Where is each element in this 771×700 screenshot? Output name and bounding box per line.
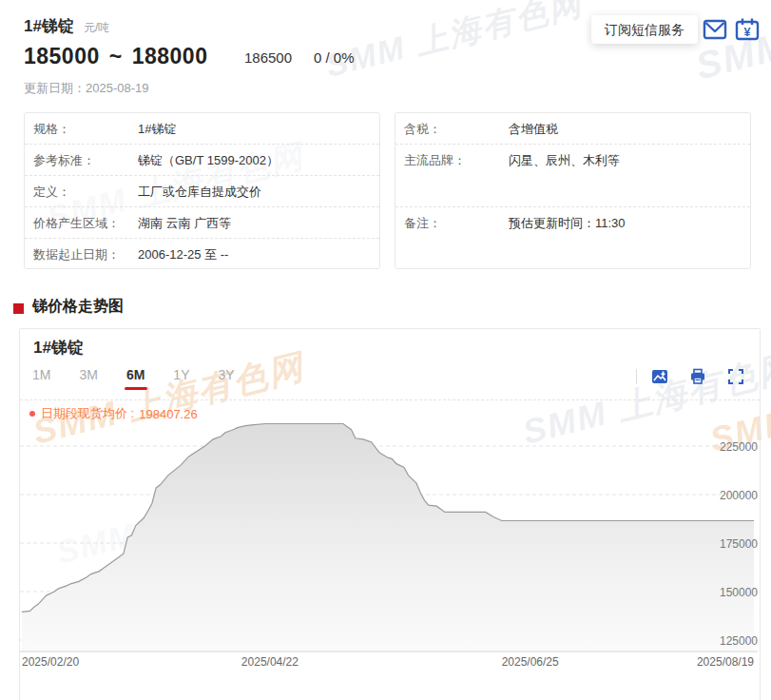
save-image-icon[interactable] (651, 368, 668, 385)
page: SMM 上海有色网 SMM 上海有色网 SMM 上海有色网 SMM 上海有色网 … (0, 0, 771, 700)
tab-1m[interactable]: 1M (32, 367, 50, 390)
svg-text:¥: ¥ (744, 26, 751, 39)
spec-info-card: 规格：1#锑锭 参考标准：锑锭（GB/T 1599-2002） 定义：工厂或仓库… (24, 112, 380, 269)
product-title: 1#锑锭 (24, 15, 74, 37)
chart-legend: 日期段现货均价 : 198407.26 (29, 405, 198, 422)
price-unit: 元/吨 (84, 20, 109, 36)
info-value: 1#锑锭 (138, 121, 176, 138)
price-range: 185000~188000 (24, 44, 207, 69)
info-row: 备注：预估更新时间：11:30 (395, 207, 750, 270)
info-label: 定义： (33, 184, 138, 201)
info-row: 规格：1#锑锭 (25, 113, 379, 145)
printer-icon[interactable] (689, 368, 706, 385)
info-row: 价格产生区域：湖南 云南 广西等 (25, 207, 379, 239)
price-average: 186500 (244, 49, 292, 66)
range-tabs: 1M 3M 6M 1Y 3Y (32, 367, 235, 390)
svg-text:125000: 125000 (720, 634, 758, 648)
svg-text:2025/02/20: 2025/02/20 (22, 655, 79, 669)
svg-text:2025/08/19: 2025/08/19 (697, 655, 754, 669)
info-row: 参考标准：锑锭（GB/T 1599-2002） (25, 145, 379, 176)
info-label: 主流品牌： (404, 152, 509, 169)
update-date-value: 2025-08-19 (86, 81, 149, 95)
info-row: 含税：含增值税 (395, 113, 750, 145)
price-low: 185000 (24, 44, 100, 68)
info-row: 主流品牌：闪星、辰州、木利等 (395, 145, 750, 207)
section-marker (13, 303, 24, 314)
mail-icon[interactable] (702, 16, 728, 43)
info-value: 2006-12-25 至 -- (138, 246, 228, 263)
svg-text:175000: 175000 (720, 537, 758, 551)
price-tilde: ~ (109, 44, 123, 68)
tab-1y[interactable]: 1Y (173, 367, 189, 390)
info-label: 备注： (404, 215, 509, 232)
info-value: 含增值税 (509, 121, 558, 138)
tab-3m[interactable]: 3M (79, 367, 97, 390)
info-label: 规格： (33, 121, 138, 138)
info-value: 锑锭（GB/T 1599-2002） (138, 152, 279, 169)
legend-value: 198407.26 (139, 407, 197, 421)
tab-6m[interactable]: 6M (126, 367, 145, 390)
svg-text:200000: 200000 (720, 489, 758, 502)
info-label: 价格产生区域： (33, 215, 138, 232)
info-label: 含税： (404, 121, 509, 138)
toolbar-divider (636, 369, 637, 384)
fullscreen-icon[interactable] (727, 368, 744, 385)
chart-header-divider (20, 399, 760, 400)
section-title: 锑价格走势图 (32, 297, 124, 317)
info-label: 数据起止日期： (33, 246, 138, 263)
update-date-row: 更新日期：2025-08-19 (24, 80, 149, 97)
svg-text:150000: 150000 (720, 586, 758, 599)
info-value: 闪星、辰州、木利等 (509, 152, 620, 169)
legend-label: 日期段现货均价 : (41, 405, 134, 422)
price-trend-chart[interactable]: 2250002000001750001500001250002025/02/20… (20, 421, 761, 673)
yuan-calendar-icon[interactable]: ¥ (734, 16, 761, 43)
info-row: 定义：工厂或仓库自提成交价 (25, 176, 379, 207)
info-value: 湖南 云南 广西等 (138, 215, 231, 232)
info-label: 参考标准： (33, 152, 138, 169)
svg-text:2025/06/25: 2025/06/25 (502, 655, 559, 669)
info-value: 工厂或仓库自提成交价 (138, 184, 261, 201)
svg-text:225000: 225000 (720, 440, 758, 454)
tax-brand-info-card: 含税：含增值税 主流品牌：闪星、辰州、木利等 备注：预估更新时间：11:30 (395, 112, 751, 269)
tab-3y[interactable]: 3Y (218, 367, 234, 390)
info-value: 预估更新时间：11:30 (509, 215, 626, 232)
price-trend-card: 1#锑锭 1M 3M 6M 1Y 3Y (19, 328, 761, 700)
svg-text:2025/04/22: 2025/04/22 (241, 655, 299, 669)
chart-title: 1#锑锭 (33, 337, 84, 359)
info-row: 数据起止日期：2006-12-25 至 -- (25, 239, 379, 270)
price-high: 188000 (132, 44, 208, 68)
subscribe-sms-button[interactable]: 订阅短信服务 (591, 15, 698, 44)
price-change: 0 / 0% (314, 49, 355, 66)
legend-dot-icon (29, 411, 35, 417)
update-date-label: 更新日期： (24, 81, 86, 95)
